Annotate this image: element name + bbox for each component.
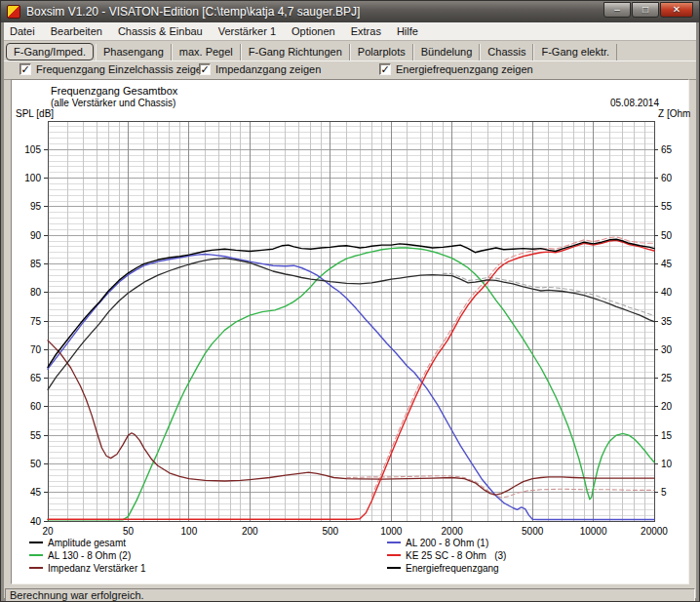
legend-label: KE 25 SC - 8 Ohm (3) bbox=[406, 550, 506, 561]
menu-item-datei[interactable]: Datei bbox=[4, 23, 43, 39]
menu-item-bearbeiten[interactable]: Bearbeiten bbox=[43, 23, 110, 39]
chart-subtitle: (alle Verstärker und Chassis) bbox=[51, 98, 175, 108]
tab-phasengang[interactable]: Phasengang bbox=[96, 44, 172, 60]
svg-text:65: 65 bbox=[30, 373, 42, 383]
status-text: Berechnung war erfolgreich. bbox=[10, 589, 144, 601]
legend-label: AL 200 - 8 Ohm (1) bbox=[406, 538, 488, 548]
tab-f-gang-imped[interactable]: F-Gang/Imped. bbox=[6, 43, 94, 60]
svg-text:60: 60 bbox=[661, 173, 673, 183]
svg-text:10: 10 bbox=[661, 459, 673, 469]
svg-text:90: 90 bbox=[30, 230, 42, 241]
svg-text:70: 70 bbox=[30, 344, 42, 355]
tab-polarplots[interactable]: Polarplots bbox=[350, 44, 413, 60]
svg-text:35: 35 bbox=[661, 316, 673, 327]
svg-text:60: 60 bbox=[30, 401, 42, 412]
legend-item-al-200-8-ohm-1: AL 200 - 8 Ohm (1) bbox=[387, 537, 506, 548]
legend-line-swatch-icon bbox=[387, 554, 401, 556]
menu-item-verst-rker-1[interactable]: Verstärker 1 bbox=[211, 23, 284, 39]
z-axis-label: Z [Ohm] bbox=[658, 108, 690, 119]
svg-text:20: 20 bbox=[42, 526, 54, 537]
checkbox-check-icon[interactable]: ✓ bbox=[19, 63, 31, 75]
svg-text:50: 50 bbox=[661, 230, 673, 241]
svg-text:40: 40 bbox=[30, 516, 42, 527]
svg-text:45: 45 bbox=[30, 487, 42, 498]
checkbox-label: Frequenzgang Einzelchassis zeigen bbox=[36, 63, 208, 75]
svg-text:45: 45 bbox=[661, 259, 673, 269]
svg-text:1000: 1000 bbox=[380, 526, 403, 537]
minimize-button[interactable]: – bbox=[603, 2, 631, 18]
window-controls: –□✕ bbox=[603, 2, 693, 18]
svg-text:50: 50 bbox=[123, 526, 135, 537]
checkbox-check-icon[interactable]: ✓ bbox=[379, 63, 391, 75]
curve-impedanz-verstaerker-1 bbox=[48, 341, 654, 495]
legend-item-al-130-8-ohm-2: AL 130 - 8 Ohm (2) bbox=[29, 549, 146, 561]
svg-text:95: 95 bbox=[30, 201, 42, 212]
svg-text:500: 500 bbox=[322, 526, 338, 537]
toolbar-checkbox-row: ✓Frequenzgang Einzelchassis zeigen✓Imped… bbox=[4, 60, 696, 80]
curve-al-200 bbox=[48, 255, 654, 520]
svg-text:25: 25 bbox=[661, 373, 673, 383]
tab-f-gang-richtungen[interactable]: F-Gang Richtungen bbox=[241, 44, 350, 60]
chart-panel: Frequenzgang Gesamtbox (alle Verstärker … bbox=[11, 79, 689, 584]
app-window: Boxsim V1.20 - VISATON-Edition [C:\temp\… bbox=[0, 0, 700, 602]
maximize-icon: □ bbox=[642, 4, 648, 15]
svg-text:50: 50 bbox=[30, 459, 42, 469]
close-icon: ✕ bbox=[673, 4, 681, 15]
legend-label: Impedanz Verstärker 1 bbox=[48, 563, 146, 574]
menu-item-hilfe[interactable]: Hilfe bbox=[389, 23, 426, 39]
menu-bar: DateiBearbeitenChassis & EinbauVerstärke… bbox=[4, 22, 696, 41]
legend-line-swatch-icon bbox=[387, 542, 401, 543]
tab-max-pegel[interactable]: max. Pegel bbox=[172, 44, 241, 60]
svg-text:105: 105 bbox=[24, 144, 41, 155]
tab-bar: F-Gang/Imped.Phasengangmax. PegelF-Gang … bbox=[4, 41, 696, 60]
checkbox-energiefrequenzgang-zeigen[interactable]: ✓Energiefrequenzgang zeigen bbox=[379, 63, 533, 75]
status-bar: Berechnung war erfolgreich. bbox=[5, 588, 695, 602]
checkbox-label: Impedanzgang zeigen bbox=[215, 63, 321, 75]
svg-text:55: 55 bbox=[30, 430, 42, 441]
legend-line-swatch-icon bbox=[29, 554, 43, 556]
checkbox-check-icon[interactable]: ✓ bbox=[199, 63, 211, 75]
close-button[interactable]: ✕ bbox=[660, 2, 693, 18]
legend-item-impedanz-verst-rker-1: Impedanz Verstärker 1 bbox=[29, 562, 146, 574]
legend-item-energiefrequenzgang: Energiefrequenzgang bbox=[387, 562, 506, 574]
curve-energiefrequenzgang bbox=[48, 259, 654, 390]
legend-label: AL 130 - 8 Ohm (2) bbox=[48, 550, 131, 561]
tab-chassis[interactable]: Chassis bbox=[480, 44, 533, 60]
legend-column-left: Amplitude gesamtAL 130 - 8 Ohm (2)Impeda… bbox=[29, 537, 146, 575]
chart-title: Frequenzgang Gesamtbox bbox=[51, 85, 177, 97]
legend-line-swatch-icon bbox=[29, 542, 43, 543]
minimize-icon: – bbox=[614, 4, 620, 15]
legend-column-right: AL 200 - 8 Ohm (1)KE 25 SC - 8 Ohm (3)En… bbox=[387, 537, 506, 575]
client-area: DateiBearbeitenChassis & EinbauVerstärke… bbox=[4, 22, 696, 598]
legend-line-swatch-icon bbox=[29, 567, 43, 569]
maximize-button[interactable]: □ bbox=[632, 2, 659, 18]
svg-text:100: 100 bbox=[24, 173, 41, 183]
svg-text:15: 15 bbox=[661, 430, 673, 441]
svg-text:100: 100 bbox=[181, 526, 198, 537]
checkbox-frequenzgang-einzelchassis-zeigen[interactable]: ✓Frequenzgang Einzelchassis zeigen bbox=[19, 63, 208, 75]
svg-text:30: 30 bbox=[661, 344, 673, 355]
svg-text:20000: 20000 bbox=[641, 526, 668, 537]
svg-text:2000: 2000 bbox=[442, 526, 464, 537]
tab-f-gang-elektr[interactable]: F-Gang elektr. bbox=[533, 44, 617, 60]
boxsim-app-icon bbox=[7, 5, 20, 19]
svg-text:40: 40 bbox=[661, 287, 673, 298]
svg-text:5: 5 bbox=[661, 487, 667, 498]
svg-text:75: 75 bbox=[30, 316, 42, 327]
svg-text:10000: 10000 bbox=[580, 526, 607, 537]
menu-item-chassis-einbau[interactable]: Chassis & Einbau bbox=[110, 23, 211, 39]
svg-text:80: 80 bbox=[30, 287, 42, 298]
menu-item-optionen[interactable]: Optionen bbox=[284, 23, 343, 39]
menu-item-extras[interactable]: Extras bbox=[343, 23, 389, 39]
svg-text:20: 20 bbox=[661, 401, 673, 412]
checkbox-impedanzgang-zeigen[interactable]: ✓Impedanzgang zeigen bbox=[199, 63, 321, 75]
legend-item-amplitude-gesamt: Amplitude gesamt bbox=[29, 537, 146, 548]
svg-text:200: 200 bbox=[242, 526, 258, 537]
legend-label: Amplitude gesamt bbox=[48, 538, 126, 548]
checkbox-label: Energiefrequenzgang zeigen bbox=[396, 63, 533, 75]
legend-line-swatch-icon bbox=[387, 567, 401, 569]
chart-date: 05.08.2014 bbox=[610, 98, 659, 108]
title-bar[interactable]: Boxsim V1.20 - VISATON-Edition [C:\temp\… bbox=[1, 1, 699, 22]
svg-text:5000: 5000 bbox=[522, 526, 544, 537]
tab-b-ndelung[interactable]: Bündelung bbox=[413, 44, 481, 60]
